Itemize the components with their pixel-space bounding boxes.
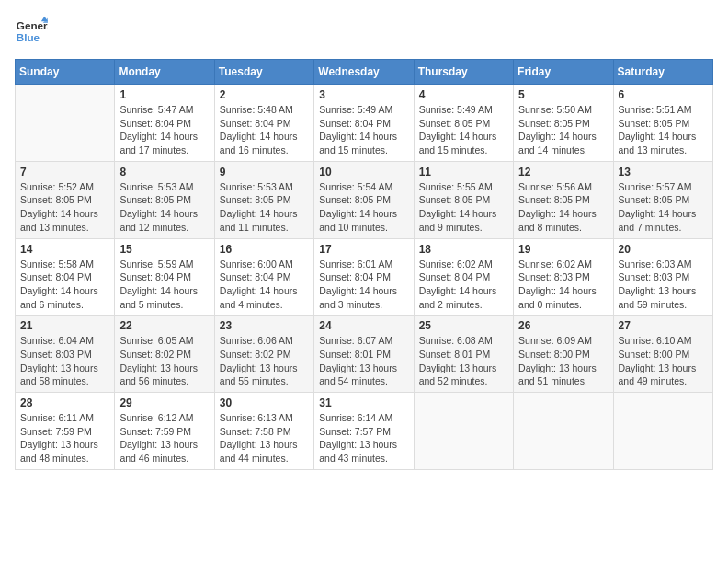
page-header: General Blue — [15, 15, 713, 48]
calendar-cell: 31Sunrise: 6:14 AMSunset: 7:57 PMDayligh… — [314, 393, 414, 470]
day-number: 21 — [20, 319, 109, 332]
logo-icon: General Blue — [15, 15, 48, 48]
day-info: Sunrise: 5:49 AMSunset: 8:04 PMDaylight:… — [319, 103, 408, 157]
day-info: Sunrise: 5:53 AMSunset: 8:05 PMDaylight:… — [119, 180, 209, 235]
calendar-cell: 8Sunrise: 5:53 AMSunset: 8:05 PMDaylight… — [115, 161, 214, 238]
day-number: 15 — [119, 243, 209, 256]
day-number: 11 — [419, 166, 508, 178]
day-info: Sunrise: 5:52 AMSunset: 8:05 PMDaylight:… — [20, 180, 109, 235]
day-info: Sunrise: 5:59 AMSunset: 8:04 PMDaylight:… — [119, 258, 209, 312]
calendar-cell: 17Sunrise: 6:01 AMSunset: 8:04 PMDayligh… — [314, 238, 414, 316]
calendar-cell: 1Sunrise: 5:47 AMSunset: 8:04 PMDaylight… — [115, 85, 214, 162]
calendar-week-4: 21Sunrise: 6:04 AMSunset: 8:03 PMDayligh… — [16, 316, 713, 393]
day-info: Sunrise: 6:08 AMSunset: 8:01 PMDaylight:… — [419, 334, 508, 388]
day-number: 10 — [319, 166, 408, 178]
calendar-cell: 21Sunrise: 6:04 AMSunset: 8:03 PMDayligh… — [16, 316, 115, 393]
day-info: Sunrise: 5:53 AMSunset: 8:05 PMDaylight:… — [220, 180, 309, 235]
day-number: 20 — [619, 243, 708, 256]
day-number: 8 — [119, 166, 209, 178]
day-number: 16 — [220, 243, 309, 256]
day-number: 24 — [319, 319, 408, 332]
day-info: Sunrise: 6:07 AMSunset: 8:01 PMDaylight:… — [319, 334, 408, 388]
calendar-week-3: 14Sunrise: 5:58 AMSunset: 8:04 PMDayligh… — [16, 238, 713, 316]
day-info: Sunrise: 5:58 AMSunset: 8:04 PMDaylight:… — [20, 258, 109, 312]
calendar-cell: 24Sunrise: 6:07 AMSunset: 8:01 PMDayligh… — [314, 316, 414, 393]
day-number: 1 — [119, 88, 209, 101]
day-number: 25 — [419, 319, 508, 332]
calendar-cell: 5Sunrise: 5:50 AMSunset: 8:05 PMDaylight… — [514, 85, 613, 162]
calendar-cell: 15Sunrise: 5:59 AMSunset: 8:04 PMDayligh… — [115, 238, 214, 316]
calendar-cell: 14Sunrise: 5:58 AMSunset: 8:04 PMDayligh… — [16, 238, 115, 316]
day-number: 3 — [319, 88, 408, 101]
calendar-cell: 28Sunrise: 6:11 AMSunset: 7:59 PMDayligh… — [16, 393, 115, 470]
day-number: 6 — [619, 88, 708, 101]
calendar-cell: 23Sunrise: 6:06 AMSunset: 8:02 PMDayligh… — [214, 316, 313, 393]
day-info: Sunrise: 6:02 AMSunset: 8:04 PMDaylight:… — [419, 258, 508, 312]
day-number: 9 — [220, 166, 309, 178]
day-info: Sunrise: 5:55 AMSunset: 8:05 PMDaylight:… — [419, 180, 508, 235]
day-number: 26 — [518, 319, 608, 332]
day-header-sunday: Sunday — [16, 60, 115, 85]
day-info: Sunrise: 5:49 AMSunset: 8:05 PMDaylight:… — [419, 103, 508, 157]
calendar-cell: 26Sunrise: 6:09 AMSunset: 8:00 PMDayligh… — [514, 316, 613, 393]
day-header-monday: Monday — [115, 60, 214, 85]
day-info: Sunrise: 5:51 AMSunset: 8:05 PMDaylight:… — [619, 103, 708, 157]
calendar-week-1: 1Sunrise: 5:47 AMSunset: 8:04 PMDaylight… — [16, 85, 713, 162]
day-number: 29 — [119, 396, 209, 409]
day-info: Sunrise: 6:06 AMSunset: 8:02 PMDaylight:… — [220, 334, 309, 388]
day-number: 7 — [20, 166, 109, 178]
calendar-cell: 25Sunrise: 6:08 AMSunset: 8:01 PMDayligh… — [414, 316, 513, 393]
day-number: 13 — [619, 166, 708, 178]
day-number: 31 — [319, 396, 408, 409]
svg-text:Blue: Blue — [17, 31, 40, 43]
calendar-cell: 2Sunrise: 5:48 AMSunset: 8:04 PMDaylight… — [214, 85, 313, 162]
day-number: 4 — [419, 88, 508, 101]
calendar-cell — [514, 393, 613, 470]
calendar-cell: 4Sunrise: 5:49 AMSunset: 8:05 PMDaylight… — [414, 85, 513, 162]
day-header-saturday: Saturday — [613, 60, 712, 85]
day-number: 2 — [220, 88, 309, 101]
day-number: 19 — [518, 243, 608, 256]
calendar-cell: 9Sunrise: 5:53 AMSunset: 8:05 PMDaylight… — [214, 161, 313, 238]
calendar-cell: 10Sunrise: 5:54 AMSunset: 8:05 PMDayligh… — [314, 161, 414, 238]
day-header-tuesday: Tuesday — [214, 60, 313, 85]
day-info: Sunrise: 5:50 AMSunset: 8:05 PMDaylight:… — [518, 103, 608, 157]
calendar-cell: 18Sunrise: 6:02 AMSunset: 8:04 PMDayligh… — [414, 238, 513, 316]
day-info: Sunrise: 6:03 AMSunset: 8:03 PMDaylight:… — [619, 258, 708, 312]
day-header-friday: Friday — [514, 60, 613, 85]
calendar-cell: 27Sunrise: 6:10 AMSunset: 8:00 PMDayligh… — [613, 316, 712, 393]
day-info: Sunrise: 6:02 AMSunset: 8:03 PMDaylight:… — [518, 258, 608, 312]
calendar-cell: 20Sunrise: 6:03 AMSunset: 8:03 PMDayligh… — [613, 238, 712, 316]
day-number: 5 — [518, 88, 608, 101]
calendar-cell: 22Sunrise: 6:05 AMSunset: 8:02 PMDayligh… — [115, 316, 214, 393]
day-info: Sunrise: 6:12 AMSunset: 7:59 PMDaylight:… — [119, 411, 209, 465]
day-info: Sunrise: 6:11 AMSunset: 7:59 PMDaylight:… — [20, 411, 109, 465]
logo: General Blue — [15, 15, 48, 48]
day-info: Sunrise: 6:01 AMSunset: 8:04 PMDaylight:… — [319, 258, 408, 312]
calendar-cell — [414, 393, 513, 470]
calendar-cell — [613, 393, 712, 470]
calendar-cell: 30Sunrise: 6:13 AMSunset: 7:58 PMDayligh… — [214, 393, 313, 470]
day-info: Sunrise: 5:57 AMSunset: 8:05 PMDaylight:… — [619, 180, 708, 235]
day-header-wednesday: Wednesday — [314, 60, 414, 85]
calendar-cell: 6Sunrise: 5:51 AMSunset: 8:05 PMDaylight… — [613, 85, 712, 162]
day-number: 12 — [518, 166, 608, 178]
calendar-cell: 12Sunrise: 5:56 AMSunset: 8:05 PMDayligh… — [514, 161, 613, 238]
calendar-cell: 19Sunrise: 6:02 AMSunset: 8:03 PMDayligh… — [514, 238, 613, 316]
calendar-cell: 3Sunrise: 5:49 AMSunset: 8:04 PMDaylight… — [314, 85, 414, 162]
day-info: Sunrise: 6:10 AMSunset: 8:00 PMDaylight:… — [619, 334, 708, 388]
day-number: 18 — [419, 243, 508, 256]
day-info: Sunrise: 6:14 AMSunset: 7:57 PMDaylight:… — [319, 411, 408, 465]
days-header-row: SundayMondayTuesdayWednesdayThursdayFrid… — [16, 60, 713, 85]
day-number: 23 — [220, 319, 309, 332]
calendar-table: SundayMondayTuesdayWednesdayThursdayFrid… — [15, 59, 713, 470]
calendar-cell: 16Sunrise: 6:00 AMSunset: 8:04 PMDayligh… — [214, 238, 313, 316]
day-number: 17 — [319, 243, 408, 256]
day-number: 28 — [20, 396, 109, 409]
day-number: 30 — [220, 396, 309, 409]
day-header-thursday: Thursday — [414, 60, 513, 85]
calendar-cell — [16, 85, 115, 162]
calendar-cell: 7Sunrise: 5:52 AMSunset: 8:05 PMDaylight… — [16, 161, 115, 238]
day-number: 27 — [619, 319, 708, 332]
day-number: 22 — [119, 319, 209, 332]
